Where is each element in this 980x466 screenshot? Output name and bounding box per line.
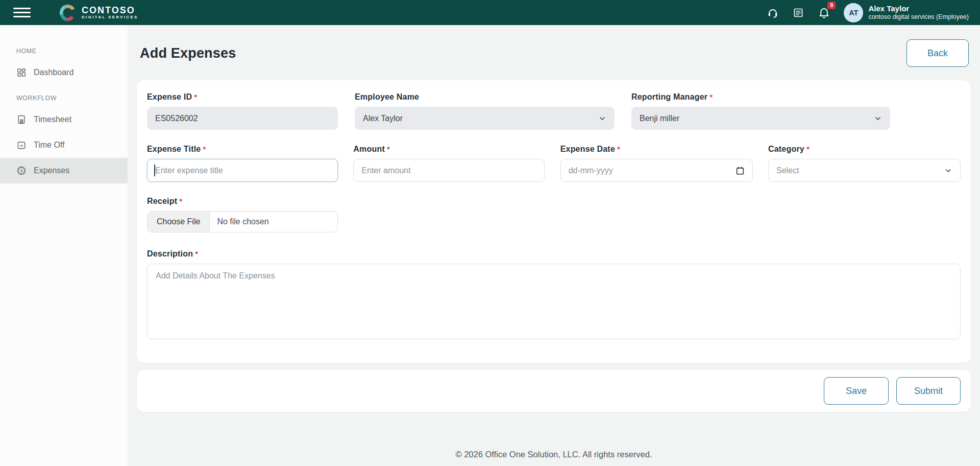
- time-off-calendar-icon: [16, 140, 27, 150]
- amount-input[interactable]: [353, 159, 545, 182]
- employee-name-select[interactable]: Alex Taylor: [355, 107, 615, 130]
- expense-id-label: Expense ID*: [147, 92, 338, 102]
- avatar: AT: [844, 3, 863, 22]
- date-placeholder: dd-mm-yyyy: [569, 166, 613, 175]
- employee-name-value: Alex Taylor: [363, 114, 403, 123]
- sidebar-item-label: Expenses: [34, 166, 69, 175]
- notifications-bell-icon[interactable]: 9: [818, 6, 830, 19]
- reporting-manager-label: Reporting Manager*: [631, 92, 890, 102]
- required-asterisk: *: [806, 145, 810, 153]
- page-title: Add Expenses: [140, 45, 236, 61]
- category-label: Category*: [768, 145, 961, 154]
- sidebar-item-dashboard[interactable]: Dashboard: [0, 60, 128, 85]
- sidebar-item-label: Dashboard: [34, 68, 74, 77]
- receipt-file-input[interactable]: Choose File No file chosen: [147, 211, 338, 232]
- amount-label: Amount*: [353, 145, 545, 154]
- dashboard-icon: [16, 67, 27, 78]
- text-cursor: [154, 165, 155, 176]
- sidebar-item-timesheet[interactable]: Timesheet: [0, 107, 128, 132]
- main-content: Add Expenses Back Expense ID* Employee N…: [128, 25, 980, 466]
- expense-form-card: Expense ID* Employee Name Alex Taylor Re…: [137, 80, 971, 363]
- sidebar-item-label: Timesheet: [34, 115, 71, 124]
- receipt-label: Receipt*: [147, 197, 961, 206]
- category-select[interactable]: Select: [768, 159, 961, 182]
- required-asterisk: *: [387, 145, 390, 153]
- category-placeholder: Select: [776, 166, 799, 175]
- chevron-down-icon: [874, 114, 882, 123]
- timesheet-icon: [16, 114, 27, 125]
- expenses-dollar-icon: $: [16, 166, 27, 176]
- choose-file-button[interactable]: Choose File: [148, 212, 210, 232]
- chevron-down-icon: [944, 167, 952, 175]
- required-asterisk: *: [179, 197, 182, 205]
- sidebar-section-workflow: WORKFLOW: [0, 95, 128, 102]
- reporting-manager-select[interactable]: Benji miller: [631, 107, 890, 130]
- expense-id-field[interactable]: [147, 107, 338, 130]
- calendar-picker-icon[interactable]: [736, 166, 745, 175]
- form-actions-card: Save Submit: [137, 370, 971, 412]
- notification-badge: 9: [827, 2, 836, 9]
- news-feed-icon[interactable]: [792, 7, 804, 19]
- expense-date-input[interactable]: dd-mm-yyyy: [560, 159, 753, 182]
- hamburger-menu-icon[interactable]: [13, 6, 31, 19]
- expense-date-label: Expense Date*: [560, 145, 753, 154]
- support-headset-icon[interactable]: [767, 7, 779, 19]
- top-header: CONTOSO DIGITAL SERVICES 9: [0, 0, 980, 25]
- sidebar-section-home: HOME: [0, 48, 128, 55]
- user-role: contoso digital services (Employee): [868, 13, 969, 21]
- description-label: Description*: [147, 249, 961, 259]
- back-button[interactable]: Back: [906, 39, 969, 67]
- user-menu[interactable]: AT Alex Taylor contoso digital services …: [844, 3, 969, 22]
- svg-text:$: $: [20, 169, 23, 173]
- chevron-down-icon: [598, 114, 606, 123]
- brand-name: CONTOSO: [82, 6, 138, 15]
- contoso-logo-icon: [59, 4, 77, 21]
- reporting-manager-value: Benji miller: [640, 114, 679, 123]
- user-name: Alex Taylor: [868, 4, 969, 13]
- submit-button[interactable]: Submit: [896, 377, 961, 405]
- brand-tagline: DIGITAL SERVICES: [82, 15, 138, 20]
- save-button[interactable]: Save: [824, 377, 889, 405]
- sidebar-item-label: Time Off: [34, 141, 64, 150]
- sidebar-item-time-off[interactable]: Time Off: [0, 132, 128, 158]
- required-asterisk: *: [195, 249, 198, 258]
- required-asterisk: *: [617, 145, 620, 153]
- required-asterisk: *: [709, 92, 713, 101]
- required-asterisk: *: [194, 92, 197, 101]
- expense-title-input[interactable]: [147, 159, 338, 182]
- required-asterisk: *: [203, 145, 206, 153]
- expense-title-label: Expense Title*: [147, 145, 338, 154]
- footer-copyright: © 2026 Office One Solution, LLC. All rig…: [128, 450, 980, 459]
- brand-logo: CONTOSO DIGITAL SERVICES: [59, 4, 138, 21]
- sidebar: HOME Dashboard WORKFLOW Timesheet: [0, 25, 128, 466]
- employee-name-label: Employee Name: [355, 92, 615, 102]
- file-status-text: No file chosen: [210, 212, 276, 232]
- description-textarea[interactable]: [147, 264, 961, 339]
- sidebar-item-expenses[interactable]: $ Expenses: [0, 158, 128, 183]
